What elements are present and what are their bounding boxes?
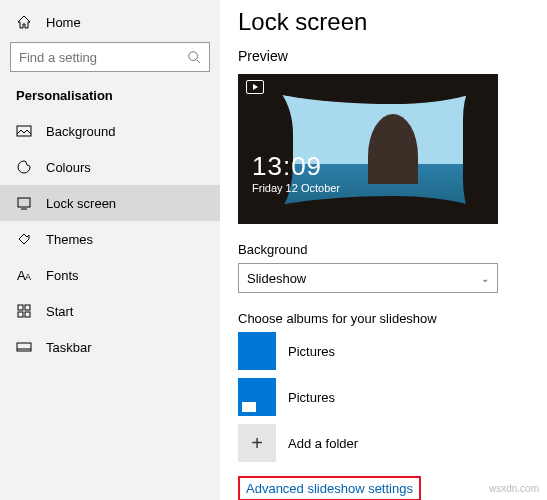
plus-icon: + [238, 424, 276, 462]
lock-screen-preview: 13:09 Friday 12 October [238, 74, 498, 224]
sidebar-item-taskbar[interactable]: Taskbar [0, 329, 220, 365]
highlight-box: Advanced slideshow settings [238, 476, 421, 500]
sidebar-item-label: Background [46, 124, 115, 139]
preview-label: Preview [238, 48, 529, 64]
sidebar-item-label: Colours [46, 160, 91, 175]
search-input-wrap[interactable] [10, 42, 210, 72]
sidebar-item-start[interactable]: Start [0, 293, 220, 329]
sidebar-item-label: Themes [46, 232, 93, 247]
svg-rect-8 [25, 305, 30, 310]
main-content: Lock screen Preview 13:09 Friday 12 Octo… [220, 0, 547, 500]
background-select[interactable]: Slideshow ⌄ [238, 263, 498, 293]
sidebar-item-lock-screen[interactable]: Lock screen [0, 185, 220, 221]
album-label: Pictures [288, 344, 335, 359]
album-label: Pictures [288, 390, 335, 405]
sidebar-item-themes[interactable]: Themes [0, 221, 220, 257]
svg-rect-9 [18, 312, 23, 317]
albums-label: Choose albums for your slideshow [238, 311, 529, 326]
page-title: Lock screen [238, 8, 529, 36]
search-container [0, 36, 220, 82]
slideshow-icon [246, 80, 264, 94]
sidebar-item-colours[interactable]: Colours [0, 149, 220, 185]
background-label: Background [238, 242, 529, 257]
home-button[interactable]: Home [0, 8, 220, 36]
fonts-icon: AA [16, 267, 32, 283]
sidebar-item-background[interactable]: Background [0, 113, 220, 149]
svg-rect-2 [17, 126, 31, 136]
add-folder-label: Add a folder [288, 436, 358, 451]
album-item[interactable]: Pictures [238, 332, 529, 370]
search-icon [187, 50, 201, 64]
sidebar-item-label: Start [46, 304, 73, 319]
home-label: Home [46, 15, 81, 30]
preview-image [238, 74, 498, 224]
add-folder-button[interactable]: + Add a folder [238, 424, 529, 462]
svg-line-1 [197, 60, 201, 64]
svg-rect-11 [17, 343, 31, 351]
themes-icon [16, 231, 32, 247]
section-title: Personalisation [0, 82, 220, 113]
sidebar-item-label: Fonts [46, 268, 79, 283]
svg-rect-3 [18, 198, 30, 207]
home-icon [16, 14, 32, 30]
start-icon [16, 303, 32, 319]
sidebar: Home Personalisation Background Colours … [0, 0, 220, 500]
sidebar-item-label: Lock screen [46, 196, 116, 211]
picture-icon [16, 123, 32, 139]
lock-screen-icon [16, 195, 32, 211]
palette-icon [16, 159, 32, 175]
svg-text:A: A [25, 272, 31, 282]
svg-rect-7 [18, 305, 23, 310]
album-item[interactable]: Pictures [238, 378, 529, 416]
svg-rect-10 [25, 312, 30, 317]
folder-tile-icon [238, 378, 276, 416]
svg-point-0 [189, 52, 198, 61]
taskbar-icon [16, 339, 32, 355]
watermark: wsxdn.com [489, 483, 539, 494]
advanced-link-row: Advanced slideshow settings [238, 476, 529, 500]
sidebar-item-label: Taskbar [46, 340, 92, 355]
folder-tile-icon [238, 332, 276, 370]
advanced-slideshow-link[interactable]: Advanced slideshow settings [246, 481, 413, 496]
clock-date: Friday 12 October [252, 182, 340, 194]
chevron-down-icon: ⌄ [481, 273, 489, 284]
background-value: Slideshow [247, 271, 306, 286]
search-input[interactable] [19, 50, 187, 65]
preview-clock: 13:09 Friday 12 October [252, 151, 340, 194]
sidebar-item-fonts[interactable]: AA Fonts [0, 257, 220, 293]
clock-time: 13:09 [252, 151, 340, 182]
